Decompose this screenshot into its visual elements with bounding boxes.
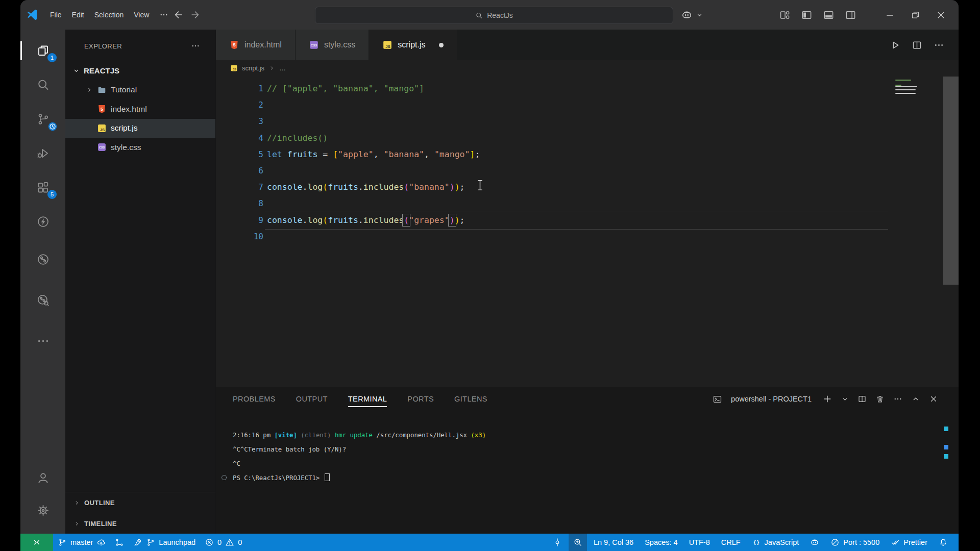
status-indentation[interactable]: Spaces: 4 xyxy=(640,534,682,551)
code-line-8[interactable]: 8 xyxy=(216,195,959,212)
panel-tab-gitlens[interactable]: GITLENS xyxy=(454,387,487,411)
split-terminal-button[interactable] xyxy=(857,394,867,404)
tab-script.js[interactable]: script.js xyxy=(369,30,457,60)
command-decoration-icon[interactable] xyxy=(222,475,227,480)
chevright-icon xyxy=(74,520,80,527)
code-line-4[interactable]: 4//includes() xyxy=(216,130,959,146)
code-line-6[interactable]: 6 xyxy=(216,163,959,179)
terminal-title[interactable]: powershell - PROJECT1 xyxy=(731,395,812,403)
tree-item-script.js[interactable]: script.js xyxy=(65,119,215,138)
minimize-button[interactable] xyxy=(885,10,895,20)
code-line-5[interactable]: 5let fruits = ["apple", "banana", "mango… xyxy=(216,146,959,163)
badge: 1 xyxy=(47,53,57,62)
gear-icon xyxy=(36,504,50,517)
status-git-graph[interactable] xyxy=(110,534,129,551)
tree-root[interactable]: REACTJS xyxy=(65,61,215,81)
chevron-right-icon xyxy=(74,499,80,506)
code-line-10[interactable]: 10 xyxy=(216,229,959,245)
panel-tab-terminal[interactable]: TERMINAL xyxy=(348,387,387,411)
tree-item-style.css[interactable]: style.css xyxy=(65,138,215,157)
more-actions-button[interactable] xyxy=(934,40,944,51)
restore-button[interactable] xyxy=(911,10,920,20)
more-icon xyxy=(159,10,168,19)
code-line-3[interactable]: 3 xyxy=(216,113,959,130)
toggle-secondary-sidebar-button[interactable] xyxy=(845,9,856,21)
code-line-7[interactable]: 7console.log(fruits.includes("banana")); xyxy=(216,179,959,195)
code-line-9[interactable]: 9console.log(fruits.includes("grapes")); xyxy=(216,212,959,229)
menu-file[interactable]: File xyxy=(45,8,67,21)
section-outline[interactable]: OUTLINE xyxy=(65,492,215,513)
status-gitlens-launchpad[interactable]: Launchpad xyxy=(129,534,200,551)
activity-gitlens[interactable] xyxy=(20,280,65,320)
activity-extensions[interactable]: 5 xyxy=(20,170,65,205)
status-problems[interactable]: 00 xyxy=(200,534,247,551)
panel-tab-problems[interactable]: PROBLEMS xyxy=(233,387,276,411)
toggle-panel-button[interactable] xyxy=(823,9,835,21)
split-editor-button[interactable] xyxy=(912,40,922,51)
split-terminal-icon xyxy=(857,394,867,404)
terminal-dropdown-button[interactable] xyxy=(841,395,849,403)
maximize-panel-button[interactable] xyxy=(911,394,920,404)
minimap[interactable] xyxy=(895,76,920,106)
status-live-server-port[interactable]: Port : 5500 xyxy=(826,534,884,551)
code-line-1[interactable]: 1// ["apple", "banana", "mango"] xyxy=(216,81,959,97)
tree-item-Tutorial[interactable]: Tutorial xyxy=(65,81,215,100)
activity-more-views[interactable] xyxy=(20,320,65,361)
back-button[interactable] xyxy=(173,9,184,20)
command-center-search[interactable]: ReactJs xyxy=(315,7,673,24)
breadcrumb[interactable]: script.js … xyxy=(216,60,959,76)
terminal-ruler-mark xyxy=(944,445,948,449)
status-git-commit[interactable] xyxy=(548,534,567,551)
toggle-primary-sidebar-button[interactable] xyxy=(801,9,813,21)
activity-explorer[interactable]: 1 xyxy=(20,34,65,68)
tree-item-index.html[interactable]: index.html xyxy=(65,99,215,119)
menu-view[interactable]: View xyxy=(129,8,154,21)
explorer-more-actions[interactable] xyxy=(191,41,200,51)
code-editor[interactable]: 1// ["apple", "banana", "mango"]234//inc… xyxy=(216,76,959,387)
new-terminal-button[interactable] xyxy=(822,394,832,404)
braces-icon xyxy=(752,538,761,547)
copilot-button[interactable] xyxy=(681,9,693,21)
close-panel-button[interactable] xyxy=(929,394,938,404)
tab-index.html[interactable]: index.html xyxy=(216,30,296,60)
minimap-mark xyxy=(895,89,916,90)
line-number: 2 xyxy=(216,97,263,113)
tab-style.css[interactable]: style.css xyxy=(296,30,369,60)
customize-layout-button[interactable] xyxy=(779,9,791,21)
terminal-output[interactable]: 2:16:16 pm [vite] (client) hmr update /s… xyxy=(216,411,959,534)
panel-tab-output[interactable]: OUTPUT xyxy=(296,387,328,411)
menu-selection[interactable]: Selection xyxy=(89,8,129,21)
status-notifications[interactable] xyxy=(934,534,952,551)
html5-file-icon xyxy=(229,40,239,50)
panel-more-button[interactable] xyxy=(893,394,902,404)
status-git-branch[interactable]: master xyxy=(53,534,110,551)
activity-git-graph[interactable] xyxy=(20,239,65,280)
status-cursor-position[interactable]: Ln 9, Col 36 xyxy=(589,534,638,551)
code-line-2[interactable]: 2 xyxy=(216,97,959,113)
status-language-mode[interactable]: JavaScript xyxy=(747,534,804,551)
status-copilot-status[interactable] xyxy=(805,534,824,551)
section-timeline[interactable]: TIMELINE xyxy=(65,513,215,534)
copilot-menu-button[interactable] xyxy=(696,11,703,19)
activity-accounts[interactable] xyxy=(20,461,65,494)
status-prettier[interactable]: Prettier xyxy=(886,534,932,551)
close-button[interactable] xyxy=(936,10,946,20)
run-button[interactable] xyxy=(890,40,900,51)
kill-terminal-button[interactable] xyxy=(875,394,885,404)
activity-search[interactable] xyxy=(20,68,65,102)
panel-tab-ports[interactable]: PORTS xyxy=(407,387,434,411)
status-encoding[interactable]: UTF-8 xyxy=(684,534,715,551)
activity-thunder-client[interactable] xyxy=(20,205,65,239)
status-screencast-zoom[interactable] xyxy=(569,534,587,551)
editor-scrollbar[interactable] xyxy=(943,77,959,285)
menu-more[interactable] xyxy=(154,8,174,22)
forward-button[interactable] xyxy=(190,9,201,20)
sidebar-title: EXPLORER xyxy=(84,42,122,50)
activity-run-debug[interactable] xyxy=(20,136,65,170)
activity-source-control[interactable] xyxy=(20,102,65,136)
status-remote-indicator[interactable] xyxy=(20,534,53,551)
activity-settings[interactable] xyxy=(20,494,65,527)
terminal-line: ^C^CTerminate batch job (Y/N)? xyxy=(233,442,959,457)
menu-edit[interactable]: Edit xyxy=(67,8,89,21)
status-eol[interactable]: CRLF xyxy=(717,534,745,551)
